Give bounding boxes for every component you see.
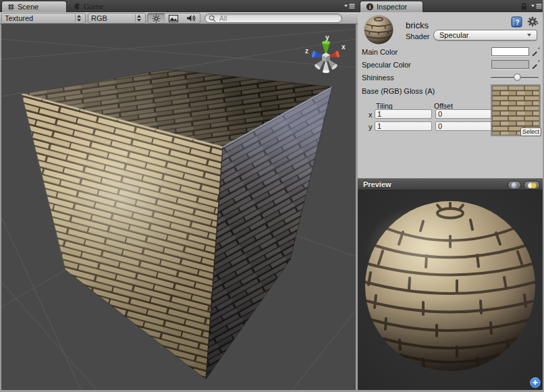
inspector-lock-icon[interactable] — [520, 3, 528, 11]
color-channels-value: RGB — [91, 14, 132, 22]
main-color-swatch[interactable] — [491, 47, 529, 56]
tab-game[interactable]: Game — [68, 1, 111, 12]
eyedropper-icon[interactable] — [531, 46, 541, 56]
shader-dropdown[interactable]: Specular — [433, 30, 537, 40]
offset-y-input[interactable] — [435, 121, 493, 131]
dropdown-stepper-icon — [135, 14, 142, 22]
specular-color-label: Specular Color — [362, 61, 411, 69]
scene-panel-menu-icon[interactable] — [344, 3, 356, 9]
scene-viewport[interactable]: y z x — [0, 24, 358, 390]
scene-grid-icon — [7, 3, 15, 11]
uv-row-y-axis-label: y — [369, 123, 373, 131]
inspector-panel-menu-icon[interactable] — [531, 3, 543, 9]
scene-canvas: y z x — [1, 24, 356, 390]
gizmo-z-label[interactable]: z — [305, 47, 308, 55]
search-icon — [209, 15, 217, 22]
shininess-label: Shininess — [362, 74, 394, 82]
shader-field-label: Shader — [406, 32, 429, 40]
tab-scene[interactable]: Scene — [1, 1, 67, 12]
scene-tabstrip: Scene Game — [0, 0, 358, 12]
scene-skybox-toggle[interactable] — [165, 13, 183, 24]
scene-toolbar: Textured RGB All — [0, 12, 358, 24]
search-text: All — [219, 15, 227, 22]
color-channels-dropdown[interactable]: RGB — [88, 13, 146, 24]
image-icon — [169, 15, 178, 22]
inspector-icon: i — [366, 3, 374, 11]
unity-editor-window: Scene Game Textured RGB — [0, 0, 544, 392]
material-preview-thumbnail — [363, 14, 394, 45]
base-map-label: Base (RGB) Gloss (A) — [362, 87, 435, 95]
scene-audio-toggle[interactable] — [182, 13, 200, 24]
specular-color-swatch[interactable] — [491, 60, 529, 69]
gizmo-x-label[interactable]: x — [342, 43, 346, 51]
eyedropper-icon[interactable] — [531, 59, 541, 69]
shader-value: Specular — [439, 31, 468, 39]
scene-search-input[interactable]: All — [205, 13, 342, 23]
preview-lighting-button[interactable] — [524, 181, 540, 190]
tab-inspector-label: Inspector — [377, 3, 407, 11]
preview-mesh-button[interactable] — [508, 181, 521, 190]
dropdown-stepper-icon — [75, 14, 82, 22]
help-icon[interactable]: ? — [511, 16, 522, 28]
sun-icon — [152, 14, 161, 23]
preview-sphere — [358, 190, 543, 390]
preview-lighting-icon — [527, 182, 537, 189]
tab-scene-label: Scene — [18, 3, 38, 11]
preview-sphere-icon — [511, 182, 518, 189]
add-icon[interactable] — [530, 377, 541, 388]
uv-row-x-axis-label: x — [369, 111, 373, 119]
preview-header[interactable]: Preview — [358, 178, 543, 190]
scene-lighting-toggle[interactable] — [147, 13, 165, 24]
shininess-slider[interactable] — [491, 77, 539, 79]
tiling-x-input[interactable] — [375, 109, 432, 119]
offset-x-input[interactable] — [435, 109, 493, 119]
preview-canvas[interactable] — [358, 190, 543, 390]
draw-mode-dropdown[interactable]: Textured — [1, 13, 86, 24]
draw-mode-value: Textured — [5, 14, 72, 22]
audio-icon — [186, 14, 196, 22]
tab-game-label: Game — [84, 3, 104, 11]
preview-title: Preview — [358, 180, 391, 188]
select-texture-button[interactable]: Select — [520, 128, 541, 136]
inspector-tabstrip: i Inspector — [358, 0, 543, 12]
material-name: bricks — [406, 20, 429, 30]
svg-text:?: ? — [515, 19, 519, 26]
tab-inspector[interactable]: i Inspector — [360, 1, 423, 12]
tiling-y-input[interactable] — [375, 121, 432, 131]
gizmo-y-label[interactable]: y — [325, 34, 329, 41]
main-color-label: Main Color — [362, 48, 398, 56]
chevron-down-icon — [527, 34, 531, 36]
game-icon — [74, 3, 81, 10]
shininess-thumb[interactable] — [514, 74, 521, 81]
gear-icon[interactable] — [527, 16, 541, 28]
